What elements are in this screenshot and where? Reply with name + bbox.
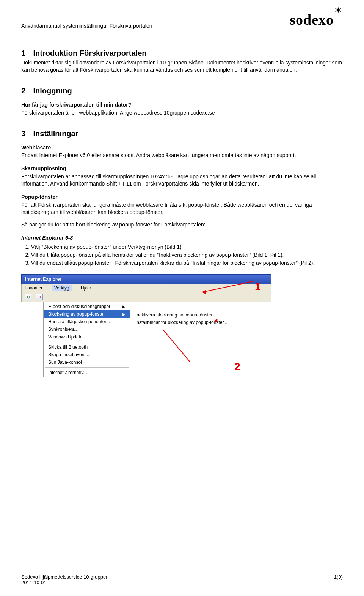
step-2: Vill du tillåta popup-fönster på alla he… (31, 252, 343, 259)
section-1-body: Dokumentet riktar sig till användare av … (21, 59, 343, 74)
submenu-disable-popup[interactable]: Inaktivera blockering av popup-fönster (130, 311, 245, 319)
refresh-icon[interactable]: ↻ (25, 294, 31, 300)
menu-hjalp[interactable]: Hjälp (81, 285, 91, 291)
footer-page-number: 1(9) (334, 574, 343, 585)
menu-item-java[interactable]: Sun Java-konsol (44, 359, 130, 366)
ie-toolbar: ↻ ✕ (21, 292, 271, 302)
menu-favoriter[interactable]: Favoriter (25, 285, 42, 291)
menu-sep (45, 367, 129, 368)
page-footer: Sodexo Hjälpmedelsservice 10-gruppen 201… (21, 574, 343, 585)
chevron-right-icon: ▶ (122, 305, 126, 309)
section-2-heading: 2 Inloggning (21, 86, 343, 95)
menu-item-addons[interactable]: Hantera tilläggskomponenter... (44, 318, 130, 326)
section-2-answer: Förskrivarportalen är en webbapplikation… (21, 109, 343, 116)
callout-2: 2 (234, 361, 240, 373)
resolution-text: Förskrivarportalen är anpassad till skär… (21, 173, 343, 187)
ie-titlebar: Internet Explorer (21, 274, 271, 284)
menu-item-popup-block[interactable]: Blockering av popup-fönster▶ (44, 310, 130, 318)
menu-item-sync[interactable]: Synkronisera... (44, 326, 130, 333)
footer-date: 2011-10-01 (21, 580, 109, 585)
menu-item-mobilfav[interactable]: Skapa mobilfavorit ... (44, 351, 130, 359)
stop-icon[interactable]: ✕ (36, 294, 43, 300)
steps-list: Välj "Blockering av popup-fönster" under… (31, 244, 343, 267)
resolution-subheading: Skärmupplösning (21, 165, 343, 172)
menu-item-bluetooth[interactable]: Skicka till Bluetooth (44, 343, 130, 351)
footer-org: Sodexo Hjälpmedelsservice 10-gruppen (21, 574, 109, 580)
sodexo-logo: sodexo✶ (290, 11, 343, 28)
chevron-right-icon: ▶ (122, 312, 126, 316)
ie68-label: Internet Explorer 6-8 (21, 234, 343, 242)
menu-item-winupdate[interactable]: Windows Update (44, 333, 130, 341)
ie-screenshot-figure: Internet Explorer Favoriter Verktyg Hjäl… (21, 274, 343, 377)
menu-item-epost[interactable]: E-post och diskussionsgrupper▶ (44, 303, 130, 310)
browser-subheading: Webbläsare (21, 144, 343, 151)
section-3-heading: 3 Inställningar (21, 129, 343, 138)
popup-subheading: Popup-fönster (21, 193, 343, 201)
document-header: Användarmanual systeminställningar Försk… (21, 11, 343, 30)
section-2-question: Hur får jag förskrivarportalen till min … (21, 101, 343, 109)
submenu-popup-settings[interactable]: Inställningar för blockering av popup-fö… (130, 319, 245, 326)
step-1: Välj "Blockering av popup-fönster" under… (31, 244, 343, 251)
verktyg-dropdown: E-post och diskussionsgrupper▶ Blockerin… (43, 302, 130, 377)
callout-1: 1 (255, 280, 261, 292)
step-3: Vill du endast tillåta popup-fönster i F… (31, 259, 343, 267)
header-title: Användarmanual systeminställningar Försk… (21, 11, 152, 29)
popup-submenu: Inaktivera blockering av popup-fönster I… (130, 310, 245, 327)
arrowhead-1-icon (202, 290, 206, 294)
menu-item-inetopt[interactable]: Internet-alternativ... (44, 369, 130, 376)
popup-howto: Så här gör du för att ta bort blockering… (21, 221, 343, 228)
popup-text: För att Förskrivarportalen ska fungera m… (21, 201, 343, 216)
section-1-heading: 1 Introduktion Förskrivarportalen (21, 49, 343, 58)
star-icon: ✶ (334, 5, 343, 16)
menu-sep (45, 342, 129, 342)
menu-verktyg[interactable]: Verktyg (52, 285, 72, 291)
browser-text: Endast Internet Explorer v6.0 eller sena… (21, 152, 343, 159)
